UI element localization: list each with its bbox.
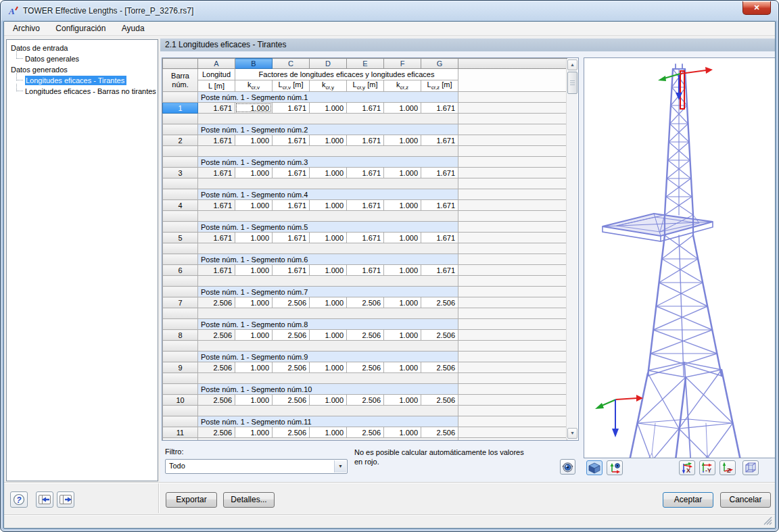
- cell-kcrv[interactable]: 1.000: [235, 297, 273, 308]
- scroll-down-button[interactable]: ▼: [567, 428, 577, 439]
- cell-kcrv[interactable]: 1.000: [235, 395, 273, 406]
- cell-kcrv[interactable]: 1.000: [235, 427, 273, 438]
- cell-Lcry[interactable]: 1.671: [347, 200, 384, 211]
- help-button[interactable]: ?: [10, 491, 28, 508]
- filter-dropdown[interactable]: Todo ▼: [165, 459, 348, 474]
- column-letter-header[interactable]: D: [310, 59, 347, 69]
- cell-Lcry[interactable]: 1.671: [347, 168, 384, 178]
- tree-item[interactable]: Longitudes eficaces - Tirantes: [7, 75, 158, 86]
- bounding-box-button[interactable]: [742, 460, 759, 475]
- cell-Lcry[interactable]: 2.506: [347, 330, 384, 341]
- cell-Lcrv[interactable]: 1.671: [273, 265, 310, 276]
- cell-Lcrv[interactable]: 1.671: [273, 168, 310, 178]
- accept-button[interactable]: Aceptar: [663, 492, 713, 508]
- menu-item[interactable]: Archivo: [6, 22, 47, 36]
- view-colors-button[interactable]: [560, 459, 575, 475]
- cell-kcrv[interactable]: 1.000: [235, 330, 273, 341]
- cell-Lcrz[interactable]: 1.671: [421, 200, 458, 211]
- cell-Lcry[interactable]: 2.506: [347, 395, 384, 406]
- 3d-model-view[interactable]: [584, 57, 776, 458]
- export-button[interactable]: Exportar: [166, 492, 217, 508]
- row-header-cell[interactable]: [163, 352, 198, 362]
- cell-Lcrz[interactable]: 1.671: [421, 233, 458, 243]
- cell-Lcrv[interactable]: 2.506: [273, 297, 310, 308]
- cell-Lcry[interactable]: 2.506: [347, 427, 384, 438]
- cell-kcrz[interactable]: 1.000: [384, 395, 421, 406]
- isometric-view-button[interactable]: [586, 460, 603, 475]
- scroll-up-button[interactable]: ▲: [567, 59, 577, 70]
- cell-Lcry[interactable]: 1.671: [347, 265, 384, 276]
- tree-item[interactable]: Datos generales: [7, 53, 158, 64]
- cell-kcrz[interactable]: 1.000: [384, 297, 421, 308]
- scrollbar-thumb[interactable]: [567, 72, 577, 94]
- title-bar[interactable]: A TOWER Effective Lengths - [Torre_P_327…: [1, 1, 778, 21]
- cell-kcrz[interactable]: 1.000: [384, 103, 421, 114]
- cell-Lcrz[interactable]: 1.671: [421, 168, 458, 178]
- cell-kcrv[interactable]: 1.000: [235, 103, 273, 114]
- column-letter-header[interactable]: A: [198, 59, 235, 69]
- cell-kcrv[interactable]: 1.000: [235, 362, 273, 373]
- column-letter-header[interactable]: C: [273, 59, 310, 69]
- cell-kcrz[interactable]: 1.000: [384, 362, 421, 373]
- cell-Lcrz[interactable]: 2.506: [421, 330, 458, 341]
- tree-item[interactable]: Longitudes eficaces - Barras no tirantes: [7, 86, 158, 97]
- cell-Lcrz[interactable]: 2.506: [421, 297, 458, 308]
- row-number[interactable]: 6: [163, 265, 198, 276]
- previous-dialog-button[interactable]: [36, 491, 53, 508]
- row-number[interactable]: 4: [163, 200, 198, 211]
- tree-item[interactable]: Datos de entrada: [7, 43, 158, 53]
- cell-Lcrv[interactable]: 2.506: [273, 427, 310, 438]
- cell-kcry[interactable]: 1.000: [310, 265, 347, 276]
- details-button[interactable]: Detalles...: [223, 492, 275, 508]
- row-number[interactable]: 5: [163, 233, 198, 243]
- tree-item[interactable]: Datos generados: [7, 64, 158, 75]
- row-header-cell[interactable]: [163, 124, 198, 135]
- cell-kcry[interactable]: 1.000: [310, 233, 347, 243]
- cell-Lcrz[interactable]: 1.671: [421, 103, 458, 114]
- row-header-cell[interactable]: [163, 254, 198, 265]
- next-dialog-button[interactable]: [57, 491, 74, 508]
- row-header-cell[interactable]: [163, 157, 198, 168]
- cell-kcrz[interactable]: 1.000: [384, 200, 421, 211]
- row-header-cell[interactable]: [163, 416, 198, 427]
- cell-kcrv[interactable]: 1.000: [235, 233, 273, 243]
- row-number[interactable]: 1: [163, 103, 198, 114]
- cell-kcrz[interactable]: 1.000: [384, 135, 421, 146]
- row-header-cell[interactable]: [163, 222, 198, 233]
- row-number[interactable]: 2: [163, 135, 198, 146]
- cell-kcrv[interactable]: 1.000: [235, 265, 273, 276]
- cell-Lcrv[interactable]: 2.506: [273, 330, 310, 341]
- cell-kcry[interactable]: 1.000: [310, 135, 347, 146]
- cell-Lcry[interactable]: 1.671: [347, 135, 384, 146]
- column-letter-header[interactable]: F: [384, 59, 421, 69]
- view-z-button[interactable]: Z: [719, 460, 736, 475]
- cell-kcry[interactable]: 1.000: [310, 297, 347, 308]
- row-number[interactable]: 3: [163, 168, 198, 178]
- row-header-cell[interactable]: [163, 287, 198, 297]
- cell-Lcrz[interactable]: 2.506: [421, 362, 458, 373]
- row-header-cell[interactable]: [163, 384, 198, 395]
- cell-kcrz[interactable]: 1.000: [384, 168, 421, 178]
- cell-Lcrv[interactable]: 2.506: [273, 395, 310, 406]
- cell-kcrv[interactable]: 1.000: [235, 135, 273, 146]
- cell-kcrz[interactable]: 1.000: [384, 233, 421, 243]
- menu-item[interactable]: Configuración: [49, 22, 112, 36]
- column-letter-header[interactable]: B: [235, 59, 273, 69]
- vertical-scrollbar[interactable]: ▲ ▼: [566, 59, 577, 439]
- cell-kcry[interactable]: 1.000: [310, 103, 347, 114]
- view-minus-y-button[interactable]: -Y: [699, 460, 715, 475]
- row-number[interactable]: 9: [163, 362, 198, 373]
- row-number[interactable]: 7: [163, 297, 198, 308]
- cell-Lcry[interactable]: 1.671: [347, 103, 384, 114]
- cell-kcrz[interactable]: 1.000: [384, 427, 421, 438]
- row-header-cell[interactable]: [163, 319, 198, 330]
- cell-kcrv[interactable]: 1.000: [235, 200, 273, 211]
- resize-grip[interactable]: [763, 516, 772, 525]
- cell-kcry[interactable]: 1.000: [310, 200, 347, 211]
- cell-Lcrv[interactable]: 1.671: [273, 233, 310, 243]
- cell-Lcrv[interactable]: 1.671: [273, 135, 310, 146]
- column-letter-header[interactable]: G: [421, 59, 458, 69]
- cell-kcry[interactable]: 1.000: [310, 168, 347, 178]
- cell-kcrv[interactable]: 1.000: [235, 168, 273, 178]
- cell-kcry[interactable]: 1.000: [310, 330, 347, 341]
